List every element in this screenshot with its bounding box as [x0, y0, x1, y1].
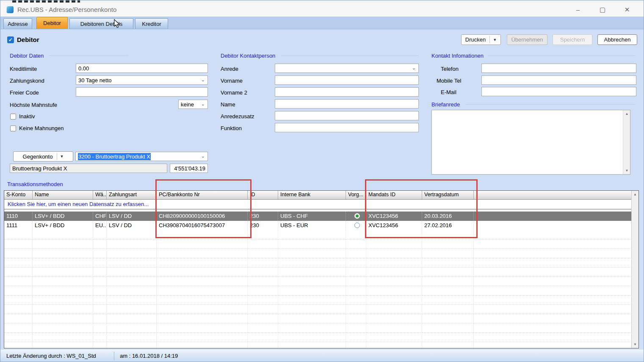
grid-empty-row [4, 314, 638, 323]
close-button[interactable]: ✕ [615, 3, 639, 17]
col-waehrung[interactable]: Wä... [93, 191, 107, 199]
freier-code-input[interactable] [76, 87, 208, 97]
grid-empty-row [4, 333, 638, 342]
grid-scrollbar[interactable]: ▲ ▼ [631, 191, 638, 348]
col-interne-bank[interactable]: Interne Bank [278, 191, 346, 199]
minimize-button[interactable]: – [566, 3, 590, 17]
grid-empty-row [4, 267, 638, 277]
content-area: Drucken ▼ Übernehmen Speichern Abbrechen… [0, 29, 644, 351]
chevron-down-icon: ⌄ [201, 153, 205, 159]
col-id[interactable]: ID [248, 191, 278, 199]
kreditlimite-label: Kreditlimite [10, 66, 37, 72]
gegenkonto-button[interactable]: Gegenkonto ▼ [13, 151, 73, 162]
mobile-input[interactable] [481, 75, 636, 85]
dropdown-icon: ▼ [60, 154, 64, 159]
debitor-daten-title: Debitor Daten [10, 53, 44, 59]
telefon-label: Telefon [441, 66, 459, 72]
grid-empty-row [4, 230, 638, 239]
scroll-up-icon[interactable]: ▲ [623, 110, 630, 117]
name-input[interactable] [275, 99, 419, 109]
titlebar: Rec.UBS - Adresse/Personenkonto – ▢ ✕ [0, 3, 644, 17]
debitor-title: Debitor [17, 36, 39, 43]
gegenkonto-saldo-field [170, 164, 208, 173]
kontaktperson-title: Debitor Kontaktperson [221, 53, 275, 59]
inaktiv-checkbox[interactable] [10, 114, 16, 120]
statusbar: Letzte Änderung durch : WS_01_Std am : 1… [0, 350, 644, 362]
transaktionsmethoden-title: Transaktionsmethoden [7, 181, 63, 187]
scroll-down-icon[interactable]: ▼ [632, 341, 638, 348]
transaktionsmethoden-grid: S-Konto Name Wä... Zahlungsart PC/Bankko… [4, 190, 639, 348]
grid-empty-row [4, 258, 638, 267]
freier-code-label: Freier Code [10, 89, 39, 96]
window-controls: – ▢ ✕ [566, 3, 639, 17]
email-input[interactable] [481, 87, 636, 96]
mobile-label: Mobile Tel [437, 78, 461, 84]
table-row[interactable]: 1111 LSV+ / BDD EU... LSV / DD CH3908704… [4, 221, 638, 230]
keine-mahnungen-label: Keine Mahnungen [19, 125, 64, 131]
briefanrede-scrollbar[interactable]: ▲ ▼ [623, 110, 630, 174]
gegenkonto-select[interactable]: 3200 - Bruttoertrag Produkt X ⌄ [75, 152, 208, 161]
mahnstufe-select[interactable]: keine ⌄ [178, 100, 208, 109]
grid-empty-row [4, 323, 638, 333]
tab-debitoren-details[interactable]: Debitoren Details [69, 18, 133, 29]
abbrechen-button[interactable]: Abbrechen [597, 34, 637, 45]
tab-kreditor[interactable]: Kreditor [135, 18, 168, 29]
anredezusatz-input[interactable] [275, 111, 419, 120]
funktion-label: Funktion [221, 125, 242, 131]
speichern-button[interactable]: Speichern [553, 34, 592, 45]
zahlungskond-select[interactable]: 30 Tage netto ⌄ [76, 75, 208, 85]
mouse-cursor [114, 19, 120, 28]
grid-empty-row [4, 295, 638, 305]
col-filler [474, 191, 638, 199]
tab-debitor[interactable]: Debitor [36, 17, 68, 29]
vorname2-label: Vorname 2 [221, 89, 247, 96]
grid-empty-row [4, 342, 638, 348]
briefanrede-textarea[interactable]: ▲ ▼ [431, 110, 630, 175]
uebernehmen-button[interactable]: Übernehmen [507, 34, 547, 45]
window-title: Rec.UBS - Adresse/Personenkonto [17, 6, 116, 13]
vorg-radio-unselected[interactable] [354, 223, 360, 228]
grid-header-row: S-Konto Name Wä... Zahlungsart PC/Bankko… [4, 191, 638, 200]
keine-mahnungen-checkbox[interactable] [10, 125, 16, 131]
col-vorg[interactable]: Vorg... [346, 191, 366, 199]
highlight-box-bankkonto [155, 179, 252, 238]
scroll-up-icon[interactable]: ▲ [632, 191, 638, 198]
zahlungskond-label: Zahlungskond [10, 78, 44, 84]
funktion-input[interactable] [275, 123, 419, 132]
gegenkonto-selected-text: 3200 - Bruttoertrag Produkt X [78, 153, 151, 160]
email-label: E-Mail [441, 89, 456, 95]
grid-empty-row [4, 305, 638, 314]
tab-adresse[interactable]: Adresse [3, 18, 32, 29]
telefon-input[interactable] [481, 64, 636, 73]
debitor-section-header: ✓ Debitor [7, 36, 39, 43]
table-row[interactable]: 1110 LSV+ / BDD CHF LSV / DD CH820900000… [4, 212, 638, 221]
col-zahlungsart[interactable]: Zahlungsart [107, 191, 157, 199]
grid-empty-row [4, 286, 638, 295]
col-name[interactable]: Name [33, 191, 93, 199]
col-s-konto[interactable]: S-Konto [4, 191, 33, 199]
drucken-button[interactable]: Drucken ▼ [461, 34, 501, 45]
vorname2-input[interactable] [275, 87, 419, 97]
app-icon [6, 6, 14, 13]
grid-empty-row [4, 249, 638, 258]
tab-strip: Adresse Debitor Debitoren Details Kredit… [0, 17, 644, 29]
highlight-box-mandat [365, 179, 478, 238]
mahnstufe-label: Höchste Mahnstufe [10, 102, 57, 108]
new-record-link[interactable]: Klicken Sie hier, um einen neuen Datensa… [4, 200, 638, 209]
anrede-select[interactable]: ⌄ [275, 64, 419, 73]
dropdown-icon[interactable]: ▼ [493, 38, 497, 42]
maximize-button[interactable]: ▢ [590, 3, 615, 17]
app-window: Rec.UBS - Adresse/Personenkonto – ▢ ✕ Ad… [0, 0, 644, 362]
kreditlimite-input[interactable] [76, 64, 208, 73]
chevron-down-icon: ⌄ [201, 77, 205, 83]
grid-empty-area [4, 230, 638, 348]
vorg-radio-selected[interactable] [354, 213, 360, 219]
keine-mahnungen-row: Keine Mahnungen [10, 125, 64, 131]
vorname-input[interactable] [275, 75, 419, 85]
debitor-checkbox[interactable]: ✓ [7, 36, 14, 43]
scroll-down-icon[interactable]: ▼ [623, 167, 630, 174]
inaktiv-label: Inaktiv [19, 113, 35, 120]
status-changed-at: am : 16.01.2018 / 14:19 [120, 353, 178, 359]
grid-empty-row [4, 239, 638, 249]
chevron-down-icon: ⌄ [412, 65, 416, 71]
